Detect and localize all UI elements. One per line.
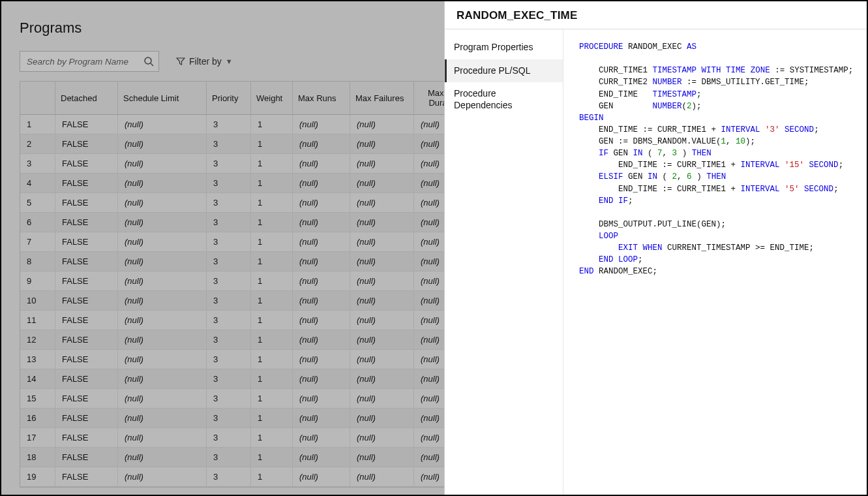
search-wrap [20, 51, 159, 72]
table-cell: FALSE [55, 271, 118, 291]
table-cell: 1 [251, 232, 293, 252]
table-cell: FALSE [55, 428, 118, 448]
table-cell: 1 [251, 428, 293, 448]
svg-line-1 [151, 63, 153, 66]
nav-procedure-dependencies[interactable]: Procedure Dependencies [445, 82, 563, 117]
filter-by-button[interactable]: Filter by ▼ [176, 56, 233, 67]
table-cell: 1 [251, 311, 293, 330]
table-cell: (null) [293, 232, 350, 252]
panel-content: PROCEDURE RANDOM_EXEC AS CURR_TIME1 TIME… [563, 29, 867, 495]
chevron-down-icon: ▼ [226, 57, 233, 65]
table-cell: (null) [118, 174, 207, 193]
table-cell: FALSE [55, 193, 118, 213]
plsql-code: PROCEDURE RANDOM_EXEC AS CURR_TIME1 TIME… [579, 41, 854, 278]
table-cell: (null) [118, 252, 207, 271]
table-cell: (null) [118, 193, 207, 213]
table-cell: 1 [251, 389, 293, 409]
table-cell: (null) [350, 389, 414, 409]
col-schedule-limit[interactable]: Schedule Limit [118, 82, 207, 115]
table-cell: (null) [293, 369, 350, 389]
table-cell: (null) [350, 467, 414, 487]
table-cell: 6 [20, 213, 55, 232]
table-cell: 1 [251, 291, 293, 311]
table-cell: FALSE [55, 232, 118, 252]
table-cell: (null) [350, 213, 414, 232]
col-priority[interactable]: Priority [207, 82, 251, 115]
table-cell: 3 [207, 271, 251, 291]
search-icon[interactable] [143, 56, 154, 67]
table-cell: FALSE [55, 213, 118, 232]
table-cell: 3 [207, 389, 251, 409]
table-cell: 1 [251, 134, 293, 154]
table-cell: FALSE [55, 291, 118, 311]
table-cell: 3 [207, 291, 251, 311]
table-cell: (null) [293, 428, 350, 448]
col-rownum [20, 82, 55, 115]
table-cell: (null) [350, 134, 414, 154]
svg-point-0 [145, 57, 151, 64]
table-cell: 9 [20, 271, 55, 291]
table-cell: (null) [293, 350, 350, 369]
table-cell: 3 [207, 448, 251, 467]
table-cell: 7 [20, 232, 55, 252]
table-cell: 8 [20, 252, 55, 271]
table-cell: (null) [118, 311, 207, 330]
table-cell: (null) [293, 134, 350, 154]
table-cell: 3 [207, 232, 251, 252]
nav-procedure-plsql[interactable]: Procedure PL/SQL [445, 59, 563, 83]
table-cell: (null) [118, 467, 207, 487]
table-cell: FALSE [55, 369, 118, 389]
table-cell: (null) [293, 115, 350, 134]
table-cell: 1 [251, 271, 293, 291]
table-cell: (null) [350, 350, 414, 369]
table-cell: (null) [350, 174, 414, 193]
funnel-icon [176, 57, 185, 66]
table-cell: (null) [118, 271, 207, 291]
table-cell: 1 [251, 330, 293, 350]
table-cell: (null) [118, 291, 207, 311]
table-cell: 13 [20, 350, 55, 369]
col-max-failures[interactable]: Max Failures [350, 82, 414, 115]
table-cell: 3 [207, 193, 251, 213]
search-input[interactable] [20, 51, 159, 72]
col-max-runs[interactable]: Max Runs [293, 82, 350, 115]
table-cell: (null) [118, 389, 207, 409]
table-cell: (null) [118, 213, 207, 232]
col-weight[interactable]: Weight [251, 82, 293, 115]
table-cell: (null) [118, 428, 207, 448]
table-cell: FALSE [55, 467, 118, 487]
table-cell: 19 [20, 467, 55, 487]
table-cell: 1 [251, 154, 293, 174]
table-cell: (null) [350, 193, 414, 213]
table-cell: (null) [118, 448, 207, 467]
table-cell: 2 [20, 134, 55, 154]
nav-program-properties[interactable]: Program Properties [445, 36, 563, 59]
table-cell: 3 [207, 115, 251, 134]
table-cell: (null) [350, 448, 414, 467]
table-cell: 3 [20, 154, 55, 174]
table-cell: 3 [207, 311, 251, 330]
table-cell: 11 [20, 311, 55, 330]
table-cell: 3 [207, 330, 251, 350]
table-cell: FALSE [55, 252, 118, 271]
table-cell: (null) [293, 271, 350, 291]
table-cell: 3 [207, 174, 251, 193]
table-cell: 10 [20, 291, 55, 311]
panel-body: Program Properties Procedure PL/SQL Proc… [445, 29, 867, 495]
table-cell: 3 [207, 154, 251, 174]
table-cell: (null) [293, 467, 350, 487]
table-cell: (null) [293, 193, 350, 213]
filter-label: Filter by [189, 56, 222, 67]
table-cell: 5 [20, 193, 55, 213]
table-cell: (null) [350, 232, 414, 252]
table-cell: (null) [118, 409, 207, 428]
table-cell: 4 [20, 174, 55, 193]
table-cell: 3 [207, 350, 251, 369]
table-cell: FALSE [55, 311, 118, 330]
table-cell: 3 [207, 409, 251, 428]
table-cell: FALSE [55, 115, 118, 134]
table-cell: (null) [118, 369, 207, 389]
table-cell: (null) [350, 330, 414, 350]
col-detached[interactable]: Detached [55, 82, 118, 115]
table-cell: 16 [20, 409, 55, 428]
